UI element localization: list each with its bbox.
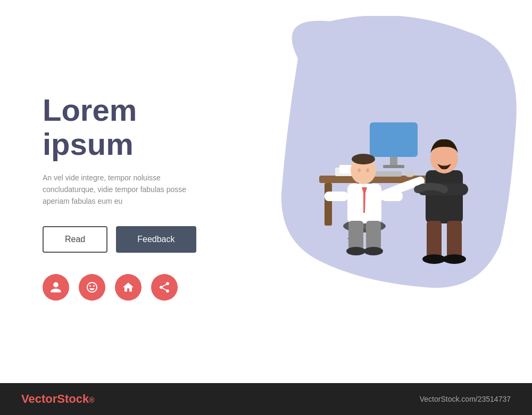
- share-icon: [158, 281, 171, 294]
- svg-point-35: [443, 254, 466, 264]
- left-section: Lorem ipsum An vel vide integre, tempor …: [0, 0, 255, 383]
- svg-point-27: [346, 247, 365, 255]
- content-area: Lorem ipsum An vel vide integre, tempor …: [0, 0, 532, 383]
- svg-rect-25: [348, 221, 363, 250]
- smile-icon: [86, 281, 98, 294]
- svg-rect-26: [366, 221, 381, 250]
- svg-point-20: [352, 154, 375, 164]
- svg-point-9: [405, 171, 414, 177]
- feedback-button[interactable]: Feedback: [116, 226, 196, 253]
- footer: VectorStock® VectorStock.com/23514737: [0, 383, 532, 415]
- svg-rect-33: [447, 221, 462, 258]
- main-container: Lorem ipsum An vel vide integre, tempor …: [0, 0, 532, 415]
- smile-icon-button[interactable]: [79, 274, 105, 301]
- office-illustration: [266, 27, 511, 314]
- right-section: [255, 0, 532, 383]
- svg-point-34: [422, 254, 446, 264]
- home-icon: [122, 281, 135, 294]
- user-icon-button[interactable]: [43, 274, 69, 301]
- svg-point-21: [358, 169, 361, 172]
- svg-point-22: [366, 169, 369, 172]
- svg-rect-32: [427, 221, 442, 258]
- svg-rect-8: [372, 171, 402, 177]
- button-row: Read Feedback: [43, 226, 223, 253]
- svg-rect-1: [325, 183, 332, 226]
- footer-url: VectorStock.com/23514737: [420, 395, 511, 403]
- share-icon-button[interactable]: [151, 274, 178, 301]
- main-title: Lorem ipsum: [43, 93, 223, 161]
- brand-registered: ®: [89, 396, 94, 404]
- svg-rect-7: [383, 165, 404, 168]
- subtitle-text: An vel vide integre, tempor noluisse con…: [43, 172, 213, 208]
- svg-rect-23: [325, 192, 348, 201]
- svg-rect-5: [370, 122, 418, 157]
- svg-rect-29: [426, 170, 463, 223]
- svg-point-28: [364, 247, 383, 255]
- user-icon: [49, 281, 62, 294]
- read-button[interactable]: Read: [43, 226, 107, 253]
- footer-brand: VectorStock®: [21, 392, 95, 406]
- home-icon-button[interactable]: [115, 274, 142, 301]
- icon-row: [43, 274, 223, 301]
- brand-name: VectorStock: [21, 392, 89, 405]
